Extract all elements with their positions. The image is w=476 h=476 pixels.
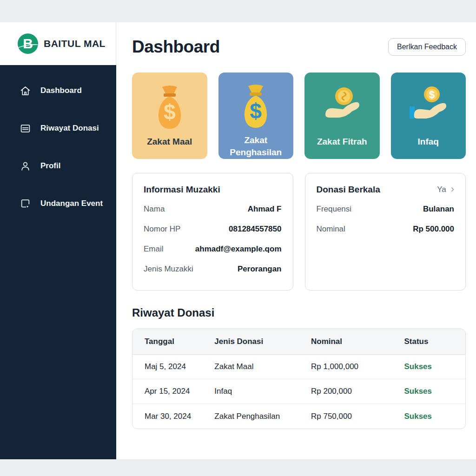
column-header-tanggal: Tanggal xyxy=(132,337,202,346)
info-value: Rp 500.000 xyxy=(413,225,454,234)
dollar-glyph: $ xyxy=(250,99,262,123)
card-title: Informasi Muzakki xyxy=(144,185,220,195)
cell-jenis: Infaq xyxy=(202,387,299,396)
sidebar: B BAITUL MAL Dashboard Riwayat Donasi xyxy=(0,22,116,459)
info-value: ahmadf@example.qom xyxy=(195,245,282,254)
table-row[interactable]: Apr 15, 2024 Infaq Rp 200,000 Sukses xyxy=(132,379,465,404)
zakat-card-label: Infaq xyxy=(414,136,443,148)
event-icon xyxy=(20,198,31,210)
chevron-right-icon: › xyxy=(451,184,454,194)
list-icon xyxy=(20,123,31,134)
card-infaq[interactable]: $ Infaq xyxy=(391,73,466,159)
user-icon xyxy=(20,160,31,172)
dollar-glyph: $ xyxy=(429,89,435,100)
info-card-row: Informasi Muzakki Nama Ahmad F Nomor HP … xyxy=(132,173,466,291)
zakat-card-row: $ Zakat Maal $ Zakat Penghasilan xyxy=(132,73,466,159)
main-content: Dashboard Berlkan Feedback $ Zakat Maal xyxy=(116,22,476,459)
info-label: Email xyxy=(144,245,164,254)
cell-tanggal: Apr 15, 2024 xyxy=(132,387,202,396)
feedback-button[interactable]: Berlkan Feedback xyxy=(388,38,466,56)
column-header-status: Status xyxy=(392,337,465,346)
sidebar-item-profil[interactable]: Profil xyxy=(0,152,116,179)
app-window: B BAITUL MAL Dashboard Riwayat Donasi xyxy=(0,22,476,459)
sidebar-nav: Dashboard Riwayat Donasi Profil xyxy=(0,65,116,459)
info-value: Bulanan xyxy=(423,205,454,214)
hand-coin-icon xyxy=(320,83,364,134)
cell-nominal: Rp 750,000 xyxy=(299,412,392,421)
sidebar-item-label: Riwayat Donasi xyxy=(40,124,99,133)
info-value: Perorangan xyxy=(238,264,281,274)
cell-tanggal: Mar 30, 2024 xyxy=(132,412,202,421)
info-label: Jenis Muzakki xyxy=(144,264,193,274)
sidebar-item-dashboard[interactable]: Dashboard xyxy=(0,77,116,104)
money-bag-icon: $ xyxy=(147,83,192,134)
brand-logo: B BAITUL MAL xyxy=(0,22,116,65)
table-header-row: Tanggal Jenis Donasi Nominal Status xyxy=(132,329,465,355)
info-row-email: Email ahmadf@example.qom xyxy=(144,243,282,255)
zakat-card-label: Zakat Penghasilan xyxy=(218,134,294,159)
money-bag-icon: $ xyxy=(233,83,278,132)
card-title: Donasi Berkala xyxy=(317,185,380,195)
logo-swoosh-decoration xyxy=(18,43,38,54)
cell-jenis: Zakat Maal xyxy=(202,362,299,371)
zakat-card-label: Zakat Maal xyxy=(143,136,196,148)
cell-nominal: Rp 200,000 xyxy=(299,387,392,396)
info-row-jenis-muzakki: Jenis Muzakki Perorangan xyxy=(144,263,282,275)
status-badge: Sukses xyxy=(392,362,465,371)
column-header-nominal: Nominal xyxy=(299,337,392,346)
table-row[interactable]: Maj 5, 2024 Zakat Maal Rp 1,000,000 Suks… xyxy=(132,355,465,379)
donasi-berkala-value: Ya xyxy=(437,185,446,194)
info-label: Nomor HP xyxy=(144,225,180,234)
card-zakat-maal[interactable]: $ Zakat Maal xyxy=(132,73,207,159)
cell-tanggal: Maj 5, 2024 xyxy=(132,362,202,371)
info-row-nominal: Nominal Rp 500.000 xyxy=(317,223,455,235)
sidebar-item-label: Undangan Event xyxy=(40,199,103,208)
info-row-nama: Nama Ahmad F xyxy=(144,203,282,215)
status-badge: Sukses xyxy=(392,412,465,421)
table-row[interactable]: Mar 30, 2024 Zakat Penghasilan Rp 750,00… xyxy=(132,404,465,429)
sidebar-item-label: Profil xyxy=(40,161,60,171)
card-donasi-berkala: Donasi Berkala Ya › Frequensi Bulanan No… xyxy=(305,173,466,291)
cell-nominal: Rp 1,000,000 xyxy=(299,362,392,371)
brand-logo-icon: B xyxy=(18,33,38,54)
page-header: Dashboard Berlkan Feedback xyxy=(132,37,466,57)
dollar-glyph: $ xyxy=(164,100,176,124)
cell-jenis: Zakat Penghasilan xyxy=(202,412,299,421)
status-badge: Sukses xyxy=(392,387,465,396)
card-zakat-fitrah[interactable]: Zakat Fitrah xyxy=(304,73,380,159)
zakat-card-label: Zakat Fitrah xyxy=(313,136,371,148)
info-label: Frequensi xyxy=(317,205,352,214)
column-header-jenis-donasi: Jenis Donasi xyxy=(202,337,299,346)
home-icon xyxy=(20,85,31,97)
card-zakat-penghasilan[interactable]: $ Zakat Penghasilan xyxy=(218,73,294,159)
info-label: Nama xyxy=(144,205,165,214)
brand-name: BAITUL MAL xyxy=(44,38,106,49)
card-informasi-muzakki: Informasi Muzakki Nama Ahmad F Nomor HP … xyxy=(132,173,293,291)
page-title: Dashboard xyxy=(132,37,220,57)
sidebar-item-label: Dashboard xyxy=(40,86,82,95)
info-value: 081284557850 xyxy=(229,225,281,234)
info-row-nomor-hp: Nomor HP 081284557850 xyxy=(144,223,282,235)
history-section-title: Riwayat Donasi xyxy=(132,306,466,319)
info-label: Nominal xyxy=(317,225,345,234)
sidebar-item-riwayat-donasi[interactable]: Riwayat Donasi xyxy=(0,115,116,142)
donasi-berkala-link[interactable]: Ya › xyxy=(437,185,454,194)
info-row-frequensi: Frequensi Bulanan xyxy=(317,203,455,215)
hand-coin-icon: $ xyxy=(406,83,450,134)
sidebar-item-undangan-event[interactable]: Undangan Event xyxy=(0,190,116,217)
info-value: Ahmad F xyxy=(248,205,282,214)
history-table: Tanggal Jenis Donasi Nominal Status Maj … xyxy=(132,329,466,429)
